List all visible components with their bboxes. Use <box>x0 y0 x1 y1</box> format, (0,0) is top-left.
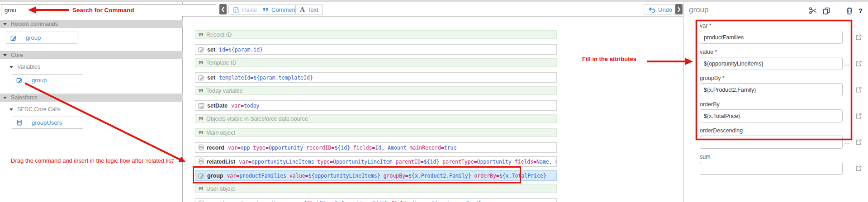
field-input-orderdescending[interactable] <box>700 136 843 149</box>
copy-icon[interactable] <box>823 7 830 14</box>
comment-row[interactable]: Objects visible in Salesforce data sourc… <box>195 114 557 123</box>
delete-icon[interactable] <box>846 7 853 14</box>
command-row-set[interactable]: setid=${param.id} <box>195 44 557 55</box>
attr-name: type= <box>317 159 333 165</box>
field-orderby: orderBy${x.TotalPrice} <box>700 101 844 122</box>
undo-button-label: Undo <box>658 6 672 13</box>
section-header-label: SFDC Core Calls <box>17 106 61 113</box>
collapse-triangle-icon <box>3 97 7 99</box>
attr-name: fields= <box>353 145 375 151</box>
sidebar-item-groupusers[interactable]: groupUsers <box>12 117 83 129</box>
comment-button-label: Comment <box>271 6 297 13</box>
paste-button[interactable]: Paste <box>228 5 261 14</box>
attr-value: Id, Amount <box>375 145 406 151</box>
field-input-orderby[interactable]: ${x.TotalPrice} <box>700 109 843 122</box>
attr-value: productFamilies <box>239 173 286 179</box>
external-link-icon[interactable] <box>855 113 862 119</box>
collapse-triangle-icon <box>9 66 13 68</box>
edit-icon <box>198 47 204 53</box>
section-header-sfdc-core-calls[interactable]: SFDC Core Calls <box>0 105 183 113</box>
attr-name: var= <box>228 145 241 151</box>
attr-name: type= <box>256 201 272 202</box>
command-attributes: id=${param.id} <box>219 47 263 53</box>
section-header-label: Recent commands <box>11 21 58 27</box>
field-input-groupby[interactable]: ${x.Product2.Family} <box>700 83 843 96</box>
field-input-value[interactable]: ${opportunityLineItems} <box>700 57 843 70</box>
attr-name: recordID= <box>306 145 334 151</box>
section-header-label: Salesforce <box>11 94 38 101</box>
comment-row[interactable]: Template ID <box>195 58 557 67</box>
edit-icon <box>6 32 21 43</box>
external-link-icon[interactable] <box>855 139 862 146</box>
ellipsis-button[interactable]: ... <box>844 140 850 145</box>
collapse-right-button[interactable] <box>675 4 683 14</box>
command-name: group <box>207 173 223 179</box>
database-icon <box>12 117 27 128</box>
database-icon <box>198 144 204 151</box>
section-header-variables[interactable]: Variables <box>0 63 183 71</box>
attr-name: recordID= <box>288 201 316 202</box>
attr-value: ${x.TotalPrice} <box>499 173 546 179</box>
undo-button[interactable]: Undo <box>644 5 677 14</box>
attr-value: Name, Signature, Email <box>413 201 481 202</box>
field-label: orderBy <box>700 101 844 108</box>
attr-name: groupBy= <box>384 173 408 179</box>
command-name: record <box>207 201 224 202</box>
sidebar-item-group[interactable]: group <box>6 32 77 44</box>
attr-value: User <box>241 201 253 202</box>
annotation-search-hint: Search for Command <box>72 7 134 14</box>
attr-value: Opportunity <box>269 145 303 151</box>
chevron-right-icon <box>677 6 681 13</box>
external-link-icon[interactable] <box>855 60 862 67</box>
command-attributes: var=User type=User recordID=${UserInfo.g… <box>228 201 482 202</box>
external-link-icon[interactable] <box>855 165 862 172</box>
command-row-group[interactable]: groupvar=productFamilies value=${opportu… <box>195 170 557 181</box>
paste-button-label: Paste <box>242 6 257 13</box>
text-button[interactable]: A Text <box>295 5 323 14</box>
help-icon[interactable]: ? <box>859 7 863 14</box>
command-name: record <box>207 145 224 151</box>
attr-value: ${x.Product2.Family} <box>408 173 471 179</box>
cut-icon[interactable] <box>809 7 817 14</box>
field-input-sum[interactable] <box>700 162 843 175</box>
comment-text: Objects visible in Salesforce data sourc… <box>206 116 308 122</box>
comment-row[interactable]: Today variable <box>195 86 557 95</box>
command-row-setdate[interactable]: setDatevar=today <box>195 100 557 111</box>
command-attributes: templateId=${param.templateId} <box>219 75 313 81</box>
attr-value: Name, Quantity, UnitPrice, Tot <box>536 159 557 165</box>
command-row-set[interactable]: settemplateId=${param.templateId} <box>195 72 557 83</box>
comment-row[interactable]: User object <box>195 184 557 193</box>
comment-button[interactable]: Comment <box>258 5 301 14</box>
sidebar-item-group[interactable]: group <box>12 74 83 86</box>
command-row-record[interactable]: recordvar=opp type=Opportunity recordID=… <box>195 142 557 153</box>
ellipsis-button[interactable]: ... <box>844 61 850 66</box>
attr-value: true <box>444 145 457 151</box>
external-link-icon[interactable] <box>855 34 862 41</box>
field-var: var *productFamilies <box>700 23 844 44</box>
collapse-triangle-icon <box>3 54 7 56</box>
comment-row[interactable]: Main object <box>195 128 557 137</box>
attr-name: var= <box>227 173 239 179</box>
comment-text: Today variable <box>206 88 243 94</box>
section-header-recent-commands[interactable]: Recent commands <box>0 20 183 28</box>
field-label: sum <box>700 154 844 161</box>
collapse-triangle-icon <box>3 23 7 25</box>
external-link-icon[interactable] <box>855 86 862 93</box>
field-orderdescending: orderDescending... <box>700 127 844 149</box>
comment-row[interactable]: Record ID <box>195 30 557 39</box>
section-header-salesforce[interactable]: Salesforce <box>0 94 183 102</box>
attr-name: var= <box>231 103 244 109</box>
attribute-inspector-panel: group ? var *productFamiliesvalue *${opp… <box>683 2 868 202</box>
calendar-icon <box>198 103 204 109</box>
field-value: ${x.TotalPrice} <box>704 113 740 119</box>
attr-name: orderBy= <box>474 173 499 179</box>
comment-text: Main object <box>206 130 235 136</box>
section-header-core[interactable]: Core <box>0 51 183 59</box>
attr-name: type= <box>253 145 269 151</box>
attr-name: parentType= <box>442 159 477 165</box>
command-row-relatedlist[interactable]: relatedListvar=opportunityLineItems type… <box>195 156 557 167</box>
field-input-var[interactable]: productFamilies <box>700 31 843 44</box>
collapse-left-button[interactable] <box>219 4 227 14</box>
attr-value: ${id} <box>334 145 350 151</box>
command-row-record[interactable]: recordvar=User type=User recordID=${User… <box>195 198 557 202</box>
